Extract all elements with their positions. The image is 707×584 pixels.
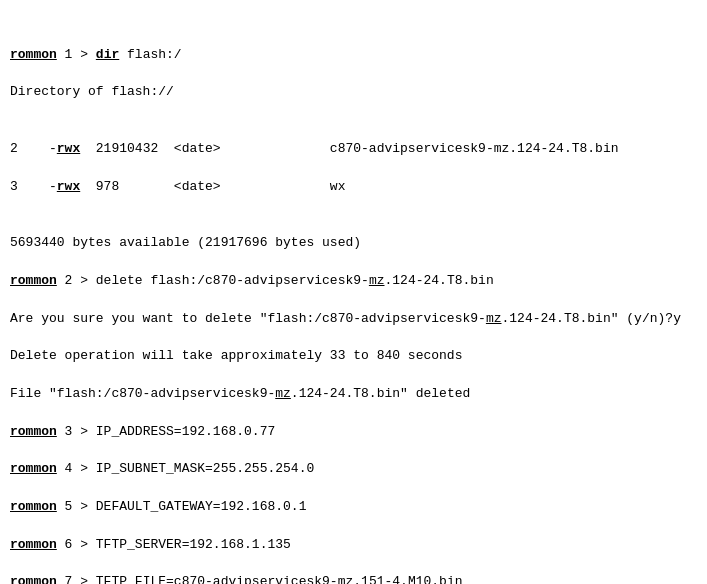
line-4: 2 -rwx 21910432 <date> c870-advipservice… — [10, 140, 697, 159]
mz-2: mz — [486, 311, 502, 326]
line-13: rommon 4 > IP_SUBNET_MASK=255.255.254.0 — [10, 460, 697, 479]
line-5: 3 -rwx 978 <date> wx — [10, 178, 697, 197]
mz-4: mz — [338, 574, 354, 584]
mz-3: mz — [275, 386, 291, 401]
terminal-output: rommon 1 > dir flash:/ Directory of flas… — [10, 8, 697, 584]
rommon-5: rommon — [10, 499, 57, 514]
cmd-dir: dir — [96, 47, 119, 62]
line-12: rommon 3 > IP_ADDRESS=192.168.0.77 — [10, 423, 697, 442]
line-8: rommon 2 > delete flash:/c870-advipservi… — [10, 272, 697, 291]
line-7: 5693440 bytes available (21917696 bytes … — [10, 234, 697, 253]
rommon-4: rommon — [10, 461, 57, 476]
line-1: rommon 1 > dir flash:/ — [10, 46, 697, 65]
mz-1: mz — [369, 273, 385, 288]
rommon-7: rommon — [10, 574, 57, 584]
line-14: rommon 5 > DEFAULT_GATEWAY=192.168.0.1 — [10, 498, 697, 517]
line-11: File "flash:/c870-advipservicesk9-mz.124… — [10, 385, 697, 404]
rommon-prompt: rommon — [10, 47, 57, 62]
rwx-1: rwx — [57, 141, 80, 156]
line-2: Directory of flash:// — [10, 83, 697, 102]
line-16: rommon 7 > TFTP_FILE=c870-advipservicesk… — [10, 573, 697, 584]
line-9: Are you sure you want to delete "flash:/… — [10, 310, 697, 329]
rommon-3: rommon — [10, 424, 57, 439]
line-15: rommon 6 > TFTP_SERVER=192.168.1.135 — [10, 536, 697, 555]
rommon-2: rommon — [10, 273, 57, 288]
line-10: Delete operation will take approximately… — [10, 347, 697, 366]
rwx-2: rwx — [57, 179, 80, 194]
rommon-6: rommon — [10, 537, 57, 552]
